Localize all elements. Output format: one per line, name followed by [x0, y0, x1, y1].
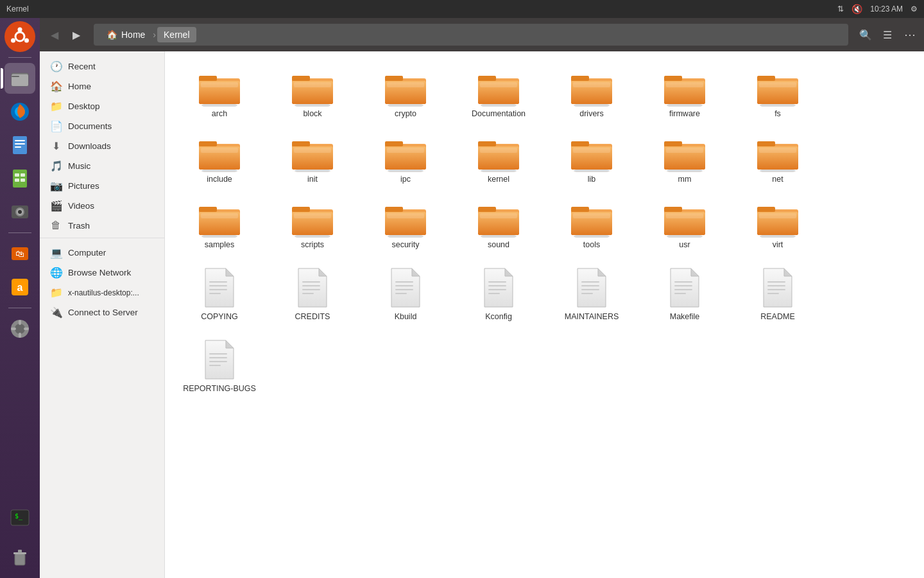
doc-item-CREDITS[interactable]: CREDITS: [271, 261, 354, 326]
file-area[interactable]: arch block: [165, 51, 924, 578]
doc-item-REPORTING-BUGS[interactable]: REPORTING-BUGS: [178, 333, 261, 398]
folder-icon: [756, 69, 800, 107]
folder-item-kernel[interactable]: kernel: [457, 130, 540, 189]
speaker-icon[interactable]: 🔇: [851, 4, 862, 14]
recent-icon: 🕐: [50, 60, 62, 73]
folder-item-scripts[interactable]: scripts: [271, 195, 354, 254]
svg-rect-169: [302, 285, 320, 286]
doc-label: MAINTAINERS: [565, 312, 619, 321]
launcher-calc[interactable]: [4, 163, 35, 194]
svg-rect-83: [199, 143, 217, 146]
sidebar-item-videos[interactable]: 🎬 Videos: [40, 196, 164, 216]
doc-icon: [387, 266, 424, 310]
doc-item-MAINTAINERS[interactable]: MAINTAINERS: [550, 261, 633, 326]
svg-rect-190: [767, 289, 785, 290]
folder-item-fs[interactable]: fs: [736, 64, 819, 123]
sidebar-item-pictures[interactable]: 📷 Pictures: [40, 176, 164, 196]
x-nautilus-icon: 📁: [50, 286, 62, 299]
svg-rect-173: [395, 285, 413, 286]
folder-item-mm[interactable]: mm: [643, 130, 726, 189]
settings-icon[interactable]: ⚙: [911, 4, 918, 13]
sidebar-item-home[interactable]: 🏠 Home: [40, 76, 164, 96]
sidebar-item-trash[interactable]: 🗑 Trash: [40, 216, 164, 235]
search-button[interactable]: 🔍: [856, 25, 875, 44]
folder-item-virt[interactable]: virt: [736, 195, 819, 254]
breadcrumb-separator: ›: [153, 30, 156, 40]
svg-rect-10: [13, 136, 27, 154]
doc-item-Kbuild[interactable]: Kbuild: [364, 261, 447, 326]
svg-rect-192: [209, 353, 227, 355]
svg-rect-115: [666, 148, 703, 153]
doc-item-Makefile[interactable]: Makefile: [643, 261, 726, 326]
folder-item-net[interactable]: net: [736, 130, 819, 189]
folder-item-security[interactable]: security: [364, 195, 447, 254]
launcher-terminal[interactable]: $_: [4, 502, 35, 533]
folder-label: usr: [679, 240, 690, 249]
svg-point-22: [18, 210, 22, 214]
folder-item-ipc[interactable]: ipc: [364, 130, 447, 189]
folder-item-drivers[interactable]: drivers: [550, 64, 633, 123]
doc-item-README[interactable]: README: [736, 261, 819, 326]
doc-item-Kconfig[interactable]: Kconfig: [457, 261, 540, 326]
svg-text:$_: $_: [15, 512, 23, 520]
doc-label: Kbuild: [395, 312, 417, 321]
doc-item-COPYING[interactable]: COPYING: [178, 261, 261, 326]
folder-item-firmware[interactable]: firmware: [643, 64, 726, 123]
svg-rect-14: [13, 170, 27, 188]
folder-item-usr[interactable]: usr: [643, 195, 726, 254]
sidebar-item-computer[interactable]: 💻 Computer: [40, 243, 164, 263]
folder-item-samples[interactable]: samples: [178, 195, 261, 254]
breadcrumb-kernel[interactable]: Kernel: [157, 27, 196, 42]
back-button[interactable]: ◀: [45, 25, 64, 44]
launcher-firefox[interactable]: [4, 96, 35, 127]
launcher-writer[interactable]: [4, 130, 35, 161]
breadcrumb-home[interactable]: 🏠 Home: [100, 27, 151, 42]
folder-item-crypto[interactable]: crypto: [364, 64, 447, 123]
folder-icon: [756, 200, 800, 238]
folder-item-Documentation[interactable]: Documentation: [457, 64, 540, 123]
grid-view-button[interactable]: ⋯: [900, 25, 919, 44]
folder-label: crypto: [395, 109, 416, 118]
sidebar-item-recent[interactable]: 🕐 Recent: [40, 57, 164, 76]
svg-rect-194: [209, 361, 227, 362]
folder-item-include[interactable]: include: [178, 130, 261, 189]
folder-item-lib[interactable]: lib: [550, 130, 633, 189]
launcher-settings[interactable]: [4, 313, 35, 344]
sidebar-item-music[interactable]: 🎵 Music: [40, 156, 164, 176]
breadcrumb-kernel-label: Kernel: [164, 30, 189, 40]
svg-rect-49: [294, 82, 331, 87]
folder-icon: [570, 135, 613, 172]
forward-button[interactable]: ▶: [67, 25, 86, 44]
sidebar-item-documents[interactable]: 📄 Documents: [40, 116, 164, 136]
folder-item-tools[interactable]: tools: [550, 195, 633, 254]
svg-rect-172: [395, 281, 413, 283]
launcher-ubuntu[interactable]: [4, 21, 35, 52]
sidebar-item-browse-network[interactable]: 🌐 Browse Network: [40, 263, 164, 283]
folder-item-block[interactable]: block: [271, 64, 354, 123]
folder-label: samples: [205, 240, 235, 249]
doc-label: Kconfig: [485, 312, 512, 321]
launcher-software[interactable]: 🛍: [4, 238, 35, 269]
folder-item-init[interactable]: init: [271, 130, 354, 189]
sidebar-item-desktop[interactable]: 📁 Desktop: [40, 96, 164, 116]
doc-icon: [294, 266, 331, 310]
sidebar-item-downloads[interactable]: ⬇ Downloads: [40, 136, 164, 156]
list-view-button[interactable]: ☰: [878, 25, 897, 44]
home-icon: 🏠: [107, 30, 117, 40]
launcher-trash[interactable]: [4, 542, 35, 573]
launcher-amazon[interactable]: a: [4, 272, 35, 302]
sidebar-item-connect-server[interactable]: 🔌 Connect to Server: [40, 302, 164, 322]
sidebar-item-x-nautilus[interactable]: 📁 x-nautilus-desktop:...: [40, 283, 164, 302]
doc-label: Makefile: [670, 312, 700, 321]
sidebar-label-pictures: Pictures: [68, 181, 99, 191]
svg-rect-71: [664, 78, 682, 80]
sync-icon[interactable]: ⇅: [837, 4, 844, 13]
launcher-files[interactable]: [4, 63, 35, 94]
folder-item-arch[interactable]: arch: [178, 64, 261, 123]
svg-rect-121: [759, 148, 796, 153]
pictures-icon: 📷: [50, 180, 62, 192]
folder-icon: [477, 135, 520, 172]
folder-item-sound[interactable]: sound: [457, 195, 540, 254]
sidebar-label-downloads: Downloads: [68, 141, 111, 151]
launcher-shotwell[interactable]: [4, 197, 35, 227]
